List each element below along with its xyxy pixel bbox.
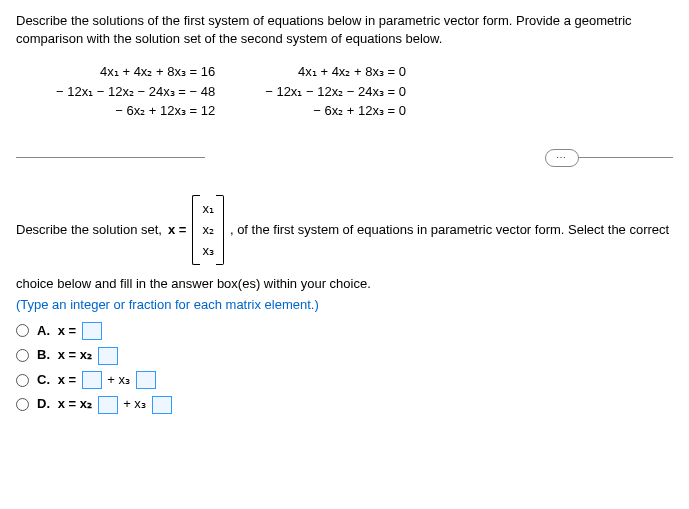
solset-pre: Describe the solution set,	[16, 221, 162, 239]
text-C-pre: x =	[58, 372, 76, 387]
input-B-1[interactable]	[98, 347, 118, 365]
solset-post: , of the first system of equations in pa…	[230, 221, 669, 239]
radio-A[interactable]	[16, 324, 29, 337]
vector-bracket: x₁ x₂ x₃	[192, 195, 224, 265]
choice-D[interactable]: D. x = x₂ + x₃	[16, 395, 673, 414]
label-D: D.	[37, 396, 50, 411]
radio-B[interactable]	[16, 349, 29, 362]
radio-D[interactable]	[16, 398, 29, 411]
systems-container: 4x₁ + 4x₂ + 8x₃ = 16 − 12x₁ − 12x₂ − 24x…	[16, 62, 673, 121]
vec-r2: x₂	[202, 220, 214, 241]
sys2-eq2: − 12x₁ − 12x₂ − 24x₃ = 0	[265, 83, 406, 101]
text-B-pre: x = x₂	[58, 347, 92, 362]
choice-instruction: choice below and fill in the answer box(…	[16, 275, 673, 293]
choice-C[interactable]: C. x = + x₃	[16, 371, 673, 390]
text-C-mid: + x₃	[107, 372, 130, 387]
sys1-eq2: − 12x₁ − 12x₂ − 24x₃ = − 48	[56, 83, 215, 101]
text-D-mid: + x₃	[123, 396, 146, 411]
input-D-2[interactable]	[152, 396, 172, 414]
ellipsis-button[interactable]: ⋯	[545, 149, 579, 167]
sys2-eq1: 4x₁ + 4x₂ + 8x₃ = 0	[265, 63, 406, 81]
solution-set-line: Describe the solution set, x = x₁ x₂ x₃ …	[16, 195, 673, 265]
input-A-1[interactable]	[82, 322, 102, 340]
input-C-1[interactable]	[82, 371, 102, 389]
radio-C[interactable]	[16, 374, 29, 387]
choice-A[interactable]: A. x =	[16, 322, 673, 341]
label-B: B.	[37, 347, 50, 362]
label-C: C.	[37, 372, 50, 387]
problem-intro: Describe the solutions of the first syst…	[16, 12, 673, 48]
divider: ⋯	[16, 149, 673, 167]
system-1: 4x₁ + 4x₂ + 8x₃ = 16 − 12x₁ − 12x₂ − 24x…	[56, 62, 215, 121]
solset-xeq: x =	[168, 221, 186, 239]
vec-r3: x₃	[202, 241, 214, 262]
input-D-1[interactable]	[98, 396, 118, 414]
vec-r1: x₁	[202, 199, 214, 220]
sys1-eq3: − 6x₂ + 12x₃ = 12	[56, 102, 215, 120]
sys1-eq1: 4x₁ + 4x₂ + 8x₃ = 16	[56, 63, 215, 81]
text-D-pre: x = x₂	[58, 396, 92, 411]
sys2-eq3: − 6x₂ + 12x₃ = 0	[265, 102, 406, 120]
choice-B[interactable]: B. x = x₂	[16, 346, 673, 365]
label-A: A.	[37, 323, 50, 338]
text-A-pre: x =	[58, 323, 76, 338]
system-2: 4x₁ + 4x₂ + 8x₃ = 0 − 12x₁ − 12x₂ − 24x₃…	[265, 62, 406, 121]
type-instruction: (Type an integer or fraction for each ma…	[16, 296, 673, 314]
input-C-2[interactable]	[136, 371, 156, 389]
